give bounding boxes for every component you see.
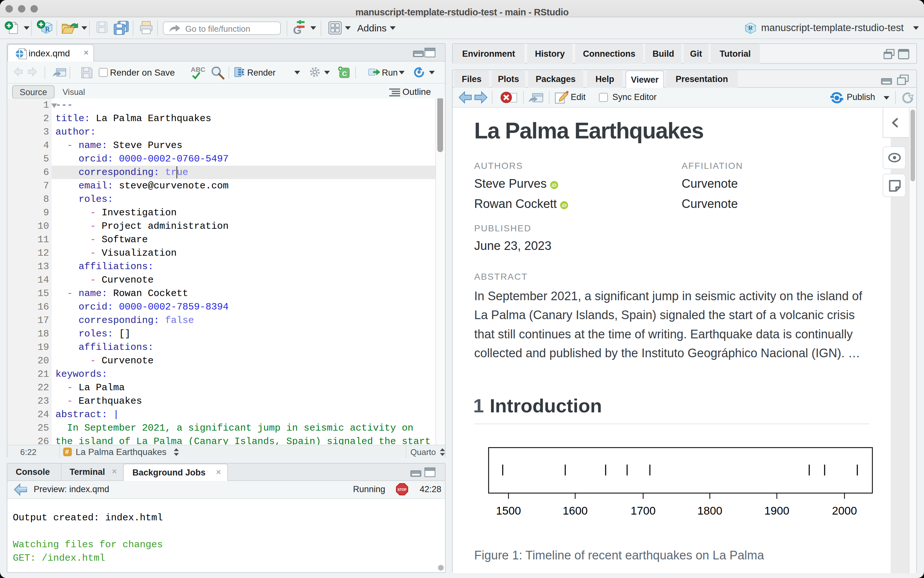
svg-text:R: R [748,24,753,31]
svg-text:C: C [342,70,347,77]
svg-text:R: R [45,26,50,32]
svg-text:1700: 1700 [631,504,656,517]
svg-text:1500: 1500 [496,504,521,517]
svg-text:2000: 2000 [832,504,857,517]
svg-text:1800: 1800 [697,504,722,517]
svg-text:STOP: STOP [398,488,407,492]
svg-text:1900: 1900 [765,504,789,517]
svg-text:ABC: ABC [191,66,205,73]
svg-text:1600: 1600 [563,504,588,517]
